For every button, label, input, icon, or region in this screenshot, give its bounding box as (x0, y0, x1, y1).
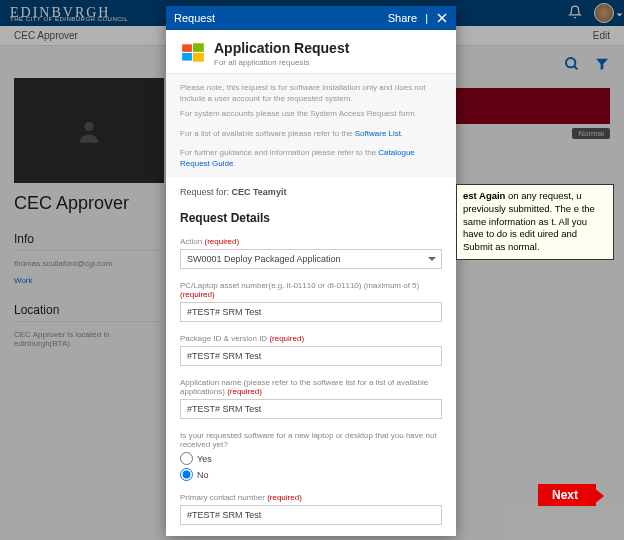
action-select[interactable]: SW0001 Deploy Packaged Application (180, 249, 442, 269)
modal-header: Request Share | (166, 6, 456, 30)
field-contact: Primary contact number (required) (180, 493, 442, 525)
package-input[interactable] (180, 346, 442, 366)
field-asset: PC/Laptop asset number(e.g. lt-01110 or … (180, 281, 442, 322)
svg-rect-8 (193, 53, 204, 62)
radio-no[interactable] (180, 468, 193, 481)
notice1: Please note, this request is for softwar… (180, 82, 442, 104)
divider: | (425, 12, 428, 24)
next-button[interactable]: Next (538, 484, 596, 506)
contact-label: Primary contact number (required) (180, 493, 442, 502)
windows-icon (180, 40, 206, 66)
svg-rect-5 (182, 44, 192, 52)
request-modal: Request Share | Application Request For … (166, 6, 456, 536)
field-package: Package ID & version ID (required) (180, 334, 442, 366)
radio-yes[interactable] (180, 452, 193, 465)
modal-title: Application Request (214, 40, 349, 56)
modal-body: Request for: CEC Teamyit Request Details… (166, 177, 456, 536)
notice-box: Please note, this request is for softwar… (166, 74, 456, 177)
field-newlaptop: Is your requested software for a new lap… (180, 431, 442, 481)
help-callout: est Again on any request, u previously s… (456, 184, 614, 260)
asset-label: PC/Laptop asset number(e.g. lt-01110 or … (180, 281, 442, 299)
action-label: Action (required) (180, 237, 442, 246)
svg-marker-9 (592, 486, 604, 506)
asset-input[interactable] (180, 302, 442, 322)
share-link[interactable]: Share (388, 12, 417, 24)
contact-input[interactable] (180, 505, 442, 525)
details-heading: Request Details (180, 211, 442, 225)
modal-subtitle: For all application requests (214, 58, 349, 67)
appname-input[interactable] (180, 399, 442, 419)
newlaptop-label: Is your requested software for a new lap… (180, 431, 442, 449)
notice4: For further guidance and information ple… (180, 147, 442, 169)
svg-rect-7 (182, 53, 192, 61)
notice3: For a list of available software please … (180, 128, 442, 139)
next-arrow-icon[interactable] (592, 482, 612, 510)
modal-header-title: Request (174, 12, 215, 24)
modal-title-row: Application Request For all application … (166, 30, 456, 74)
field-action: Action (required) SW0001 Deploy Packaged… (180, 237, 442, 269)
svg-rect-6 (193, 43, 204, 52)
close-icon[interactable] (436, 12, 448, 24)
field-appname: Application name (please refer to the so… (180, 378, 442, 419)
package-label: Package ID & version ID (required) (180, 334, 442, 343)
notice2: For system accounts please use the Syste… (180, 108, 442, 119)
software-list-link[interactable]: Software List (355, 129, 401, 138)
appname-label: Application name (please refer to the so… (180, 378, 442, 396)
request-for: Request for: CEC Teamyit (180, 187, 442, 197)
